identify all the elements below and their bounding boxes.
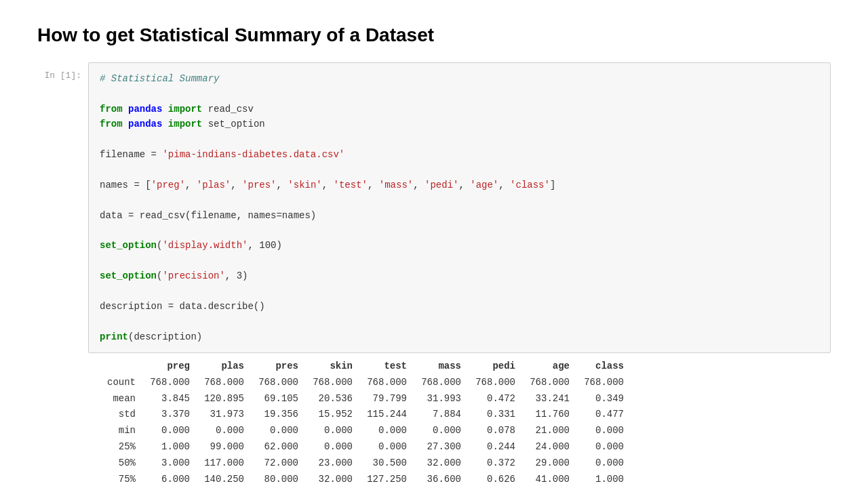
comma-7: , xyxy=(458,180,470,190)
cell-value: 32.000 xyxy=(411,455,465,472)
page-title: How to get Statistical Summary of a Data… xyxy=(37,24,831,46)
col-empty xyxy=(99,359,140,375)
cell-value: 33.241 xyxy=(519,391,574,407)
cell-value: 0.000 xyxy=(248,423,302,439)
comma-8: , xyxy=(498,180,510,190)
cell-value: 0.372 xyxy=(465,455,519,472)
row-label: count xyxy=(99,375,140,391)
cell-value: 30.500 xyxy=(357,455,411,472)
names-text: names = [ xyxy=(100,180,151,190)
comma-val-1: , 100) xyxy=(248,240,281,251)
cell-value: 31.973 xyxy=(194,407,248,423)
cell-value: 0.000 xyxy=(357,423,411,439)
code-set-option-2: set_option('precision', 3) xyxy=(100,268,819,283)
code-cell-container: In [1]: # Statistical Summary from panda… xyxy=(37,62,831,353)
cell-value: 768.000 xyxy=(140,375,194,391)
comma-3: , xyxy=(277,180,288,190)
code-blank-6 xyxy=(100,253,819,268)
code-blank-5 xyxy=(100,223,819,238)
name-skin: 'skin' xyxy=(288,180,321,190)
kw-from-1: from xyxy=(100,104,123,115)
cell-value: 72.000 xyxy=(248,455,302,472)
module-1: pandas xyxy=(128,104,162,115)
code-print: print(description) xyxy=(100,329,819,344)
cell-value: 23.000 xyxy=(302,455,357,472)
comma-1: , xyxy=(185,180,197,190)
cell-value: 0.477 xyxy=(574,407,628,423)
row-label: 50% xyxy=(99,455,140,472)
space-1 xyxy=(123,104,128,115)
cell-value: 79.799 xyxy=(357,391,411,407)
code-description: description = data.describe() xyxy=(100,299,819,314)
kw-import-2: import xyxy=(168,119,202,129)
cell-value: 80.000 xyxy=(248,472,302,488)
table-row: 25%1.00099.00062.0000.0000.00027.3000.24… xyxy=(99,439,628,455)
row-label: std xyxy=(99,407,140,423)
cell-value: 0.000 xyxy=(357,439,411,455)
set-option-func-1: set_option xyxy=(100,240,157,251)
comma-6: , xyxy=(413,180,425,190)
cell-value: 0.000 xyxy=(574,439,628,455)
kw-import-1: import xyxy=(168,104,202,115)
comma-2: , xyxy=(231,180,242,190)
cell-value: 120.895 xyxy=(194,391,248,407)
code-blank-2 xyxy=(100,132,819,147)
cell-value: 36.600 xyxy=(411,472,465,488)
space-2 xyxy=(162,104,167,115)
name-pres: 'pres' xyxy=(242,180,276,190)
space-3 xyxy=(123,119,128,129)
space-4 xyxy=(162,119,167,129)
cell-value: 3.845 xyxy=(140,391,194,407)
cell-value: 0.000 xyxy=(574,423,628,439)
cell-value: 768.000 xyxy=(465,375,519,391)
name-test: 'test' xyxy=(334,180,368,190)
cell-value: 0.331 xyxy=(465,407,519,423)
description-assign: description = data.describe() xyxy=(100,301,265,312)
col-preg: preg xyxy=(140,359,194,375)
name-mass: 'mass' xyxy=(379,180,413,190)
cell-value: 768.000 xyxy=(357,375,411,391)
cell-value: 15.952 xyxy=(302,407,357,423)
notebook-container: How to get Statistical Summary of a Data… xyxy=(0,0,868,488)
cell-value: 11.760 xyxy=(519,407,574,423)
cell-value: 29.000 xyxy=(519,455,574,472)
cell-value: 127.250 xyxy=(357,472,411,488)
table-row: 75%6.000140.25080.00032.000127.25036.600… xyxy=(99,472,628,488)
row-label: min xyxy=(99,423,140,439)
module-2: pandas xyxy=(128,119,162,129)
code-set-option-1: set_option('display.width', 100) xyxy=(100,238,819,253)
col-class: class xyxy=(574,359,628,375)
name-preg: 'preg' xyxy=(151,180,185,190)
cell-value: 69.105 xyxy=(248,391,302,407)
cell-value: 0.000 xyxy=(411,423,465,439)
cell-value: 0.000 xyxy=(302,439,357,455)
code-import-2: from pandas import set_option xyxy=(100,117,819,131)
bracket-close: ] xyxy=(550,180,555,190)
code-filename: filename = 'pima-indians-diabetes.data.c… xyxy=(100,147,819,162)
cell-value: 62.000 xyxy=(248,439,302,455)
code-comment: # Statistical Summary xyxy=(100,71,819,86)
cell-value: 0.000 xyxy=(574,455,628,472)
name-pedi: 'pedi' xyxy=(425,180,458,190)
row-label: 75% xyxy=(99,472,140,488)
cell-value: 768.000 xyxy=(411,375,465,391)
col-pedi: pedi xyxy=(465,359,519,375)
cell-value: 1.000 xyxy=(574,472,628,488)
comma-5: , xyxy=(368,180,379,190)
code-names: names = ['preg', 'plas', 'pres', 'skin',… xyxy=(100,178,819,192)
table-header-row: preg plas pres skin test mass pedi age c… xyxy=(99,359,628,375)
table-row: std3.37031.97319.35615.952115.2447.8840.… xyxy=(99,407,628,423)
cell-value: 117.000 xyxy=(194,455,248,472)
name-class: 'class' xyxy=(510,180,550,190)
precision-str: 'precision' xyxy=(162,270,224,281)
cell-value: 6.000 xyxy=(140,472,194,488)
row-label: mean xyxy=(99,391,140,407)
filename-val: 'pima-indians-diabetes.data.csv' xyxy=(162,149,344,160)
code-blank-1 xyxy=(100,86,819,101)
output-section: preg plas pres skin test mass pedi age c… xyxy=(88,353,831,488)
code-cell[interactable]: # Statistical Summary from pandas import… xyxy=(88,62,831,353)
row-label: 25% xyxy=(99,439,140,455)
cell-value: 3.000 xyxy=(140,455,194,472)
cell-value: 140.250 xyxy=(194,472,248,488)
comma-val-2: , 3) xyxy=(225,270,248,281)
